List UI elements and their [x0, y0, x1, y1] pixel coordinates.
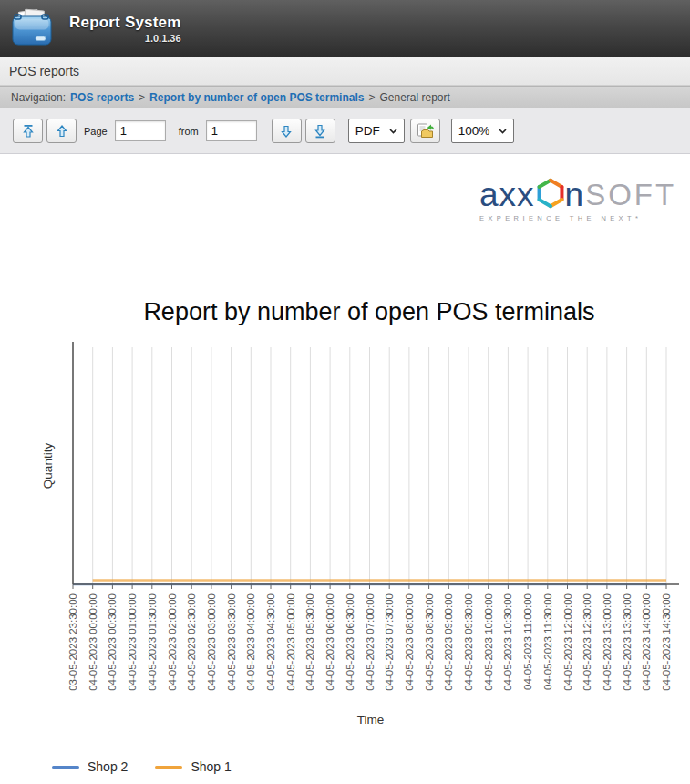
page-count-input[interactable]	[206, 120, 257, 141]
chart-title: Report by number of open POS terminals	[73, 298, 665, 326]
first-page-button[interactable]	[13, 119, 43, 143]
app-version: 1.0.1.36	[69, 33, 181, 44]
chart-legend: Shop 2 Shop 1	[52, 759, 232, 774]
legend-label-shop2: Shop 2	[88, 759, 128, 774]
x-tick-label: 03-05-2023 23:30:00	[67, 593, 78, 691]
x-tick-label: 04-05-2023 01:30:00	[147, 593, 158, 691]
breadcrumb-link-report-by-open-pos[interactable]: Report by number of open POS terminals	[149, 91, 364, 104]
next-page-button[interactable]	[272, 119, 302, 143]
from-label: from	[179, 126, 199, 137]
x-axis-label: Time	[357, 713, 385, 727]
legend-line-shop2	[52, 766, 79, 769]
x-tick-label: 04-05-2023 12:00:00	[562, 593, 573, 691]
export-button[interactable]	[410, 119, 440, 143]
axxonsoft-logo: axx n SOFT EXPERIENCE THE NEXT*	[479, 177, 678, 222]
x-tick-label: 04-05-2023 05:30:00	[304, 593, 315, 691]
x-tick-label: 04-05-2023 00:30:00	[107, 593, 118, 691]
x-tick-label: 04-05-2023 07:30:00	[384, 593, 395, 691]
page-label: Page	[84, 126, 108, 137]
export-format-value: PDF	[355, 124, 380, 138]
x-tick-label: 04-05-2023 08:00:00	[404, 593, 415, 691]
logo-text-n: n	[565, 178, 585, 211]
breadcrumb-separator: >	[139, 91, 145, 104]
arrow-up-icon	[54, 123, 70, 139]
x-tick-label: 04-05-2023 14:00:00	[641, 593, 652, 691]
breadcrumb: Navigation: POS reports > Report by numb…	[0, 86, 690, 108]
breadcrumb-current-general-report: General report	[379, 91, 449, 104]
legend-label-shop1: Shop 1	[191, 759, 231, 774]
breadcrumb-separator: >	[368, 91, 375, 104]
x-tick-label: 04-05-2023 03:00:00	[206, 593, 217, 691]
arrow-down-bar-icon	[312, 123, 328, 139]
x-tick-label: 04-05-2023 02:00:00	[167, 593, 178, 691]
export-report-icon	[416, 122, 435, 139]
x-tick-label: 04-05-2023 01:00:00	[127, 593, 138, 691]
export-format-select[interactable]: PDF	[348, 119, 405, 143]
x-tick-label: 04-05-2023 10:00:00	[483, 593, 494, 691]
x-tick-label: 04-05-2023 13:00:00	[602, 593, 613, 691]
tab-pos-reports[interactable]: POS reports	[9, 64, 79, 78]
app-title: Report System	[69, 14, 181, 32]
breadcrumb-prefix: Navigation:	[11, 91, 66, 104]
x-tick-label: 04-05-2023 02:30:00	[186, 593, 197, 691]
x-tick-label: 04-05-2023 04:00:00	[245, 593, 256, 691]
x-tick-label: 04-05-2023 00:00:00	[88, 593, 98, 691]
zoom-select[interactable]: 100%	[451, 119, 515, 143]
x-tick-label: 04-05-2023 06:00:00	[324, 593, 335, 691]
x-tick-label: 04-05-2023 05:00:00	[285, 593, 296, 691]
x-tick-label: 04-05-2023 08:30:00	[424, 593, 435, 691]
previous-page-button[interactable]	[46, 119, 77, 143]
x-tick-label: 04-05-2023 09:30:00	[463, 593, 474, 691]
chevron-down-icon	[389, 129, 397, 134]
arrow-down-icon	[278, 123, 294, 139]
legend-item-shop1: Shop 1	[155, 759, 231, 774]
legend-item-shop2: Shop 2	[52, 759, 128, 774]
breadcrumb-link-pos-reports[interactable]: POS reports	[70, 91, 134, 104]
section-tab-bar: POS reports	[0, 57, 690, 86]
chevron-down-icon	[499, 129, 507, 134]
x-tick-label: 04-05-2023 14:30:00	[661, 593, 672, 691]
zoom-value: 100%	[458, 124, 490, 138]
line-chart: 03-05-2023 23:30:0004-05-2023 00:00:0004…	[0, 336, 690, 756]
page-number-input[interactable]	[115, 120, 166, 141]
logo-tagline: EXPERIENCE THE NEXT*	[479, 214, 678, 222]
x-tick-label: 04-05-2023 11:00:00	[522, 593, 533, 690]
last-page-button[interactable]	[305, 119, 335, 143]
y-axis-label: Quantity	[41, 443, 55, 490]
x-tick-label: 04-05-2023 03:30:00	[226, 593, 237, 691]
app-header: Report System 1.0.1.36	[0, 0, 690, 57]
x-tick-label: 04-05-2023 06:30:00	[345, 593, 355, 691]
logo-text-axx: axx	[479, 178, 535, 211]
hexagon-logo-icon	[536, 177, 565, 210]
x-tick-label: 04-05-2023 12:30:00	[582, 593, 592, 691]
x-tick-label: 04-05-2023 11:30:00	[542, 593, 553, 690]
x-tick-label: 04-05-2023 07:00:00	[365, 593, 376, 691]
x-tick-label: 04-05-2023 13:30:00	[622, 593, 633, 691]
logo-text-soft: SOFT	[585, 180, 676, 210]
report-toolbar: Page from PDF 100%	[0, 108, 690, 154]
report-folder-icon	[11, 8, 53, 48]
arrow-up-bar-icon	[20, 123, 36, 139]
x-tick-label: 04-05-2023 09:00:00	[443, 593, 454, 691]
legend-line-shop1	[155, 766, 182, 769]
report-page: axx n SOFT EXPERIENCE THE NEXT* Report b…	[0, 154, 690, 784]
x-tick-label: 04-05-2023 10:30:00	[502, 593, 513, 691]
x-tick-label: 04-05-2023 04:30:00	[265, 593, 276, 691]
